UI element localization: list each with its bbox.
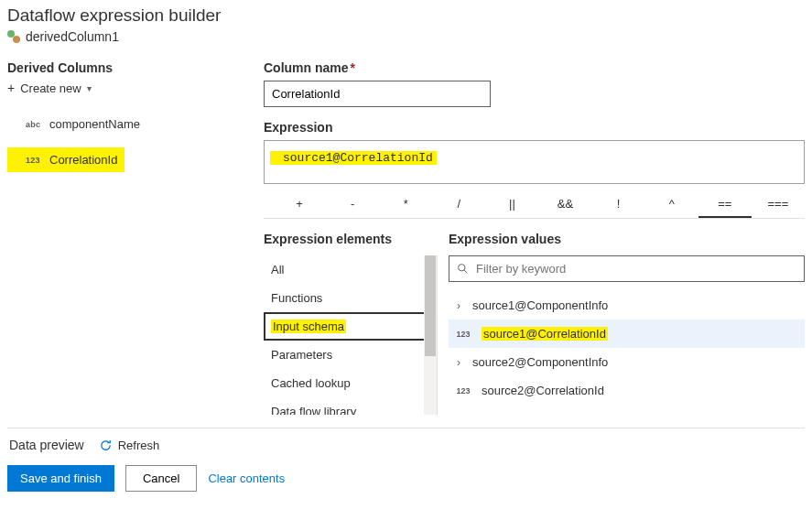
expression-text: source1@CorrelationId: [270, 151, 437, 165]
column-name-label: Column name*: [264, 60, 805, 75]
op-not[interactable]: !: [592, 197, 645, 211]
refresh-icon: [99, 439, 113, 452]
page-title: Dataflow expression builder: [7, 5, 805, 26]
search-icon: [457, 263, 469, 275]
operator-toolbar: + - * / || && ! ^ == ===: [264, 190, 805, 219]
elements-tab-functions[interactable]: Functions: [264, 284, 437, 312]
refresh-button[interactable]: Refresh: [99, 439, 160, 452]
refresh-label: Refresh: [118, 439, 160, 452]
value-item[interactable]: › source1@ComponentInfo: [449, 291, 805, 320]
elements-tab-parameters[interactable]: Parameters: [264, 341, 437, 369]
svg-point-0: [459, 265, 465, 271]
value-label: source1@CorrelationId: [482, 327, 608, 341]
value-item[interactable]: 123 source2@CorrelationId: [449, 376, 805, 405]
elements-tab-dataflow-library[interactable]: Data flow library: [264, 397, 437, 415]
derived-column-name: componentName: [49, 117, 140, 131]
derived-column-name: CorrelationId: [49, 153, 117, 167]
op-plus[interactable]: +: [273, 197, 326, 211]
op-div[interactable]: /: [432, 197, 485, 211]
expression-label: Expression: [264, 120, 805, 135]
value-label: source2@ComponentInfo: [472, 355, 608, 369]
derived-columns-label: Derived Columns: [7, 60, 236, 75]
op-minus[interactable]: -: [326, 197, 379, 211]
value-item[interactable]: › source2@ComponentInfo: [449, 348, 805, 376]
op-or[interactable]: ||: [485, 197, 538, 211]
op-and[interactable]: &&: [538, 197, 591, 211]
required-asterisk: *: [351, 60, 355, 75]
cancel-button[interactable]: Cancel: [125, 465, 197, 492]
type-123-icon: 123: [454, 386, 472, 396]
filter-keyword-input[interactable]: [474, 261, 796, 276]
expression-elements-title: Expression elements: [264, 232, 438, 246]
clear-contents-link[interactable]: Clear contents: [208, 471, 285, 485]
elements-tab-cached-lookup[interactable]: Cached lookup: [264, 369, 437, 397]
value-label: source2@CorrelationId: [482, 384, 604, 397]
save-button[interactable]: Save and finish: [7, 465, 114, 492]
dataflow-node-icon: [7, 30, 20, 43]
op-eq[interactable]: ==: [698, 197, 752, 218]
elements-scrollbar[interactable]: [424, 255, 437, 415]
elements-tab-all[interactable]: All: [264, 255, 437, 284]
expression-values-list: › source1@ComponentInfo 123 source1@Corr…: [449, 291, 805, 405]
value-label: source1@ComponentInfo: [472, 298, 608, 312]
type-abc-icon: abc: [26, 120, 42, 129]
column-name-input[interactable]: [264, 81, 491, 107]
chevron-right-icon: ›: [454, 299, 463, 312]
type-123-icon: 123: [26, 156, 42, 165]
plus-icon: +: [7, 81, 15, 95]
node-subtitle: derivedColumn1: [7, 29, 805, 44]
expression-editor[interactable]: source1@CorrelationId: [264, 140, 805, 184]
chevron-right-icon: ›: [454, 356, 463, 369]
elements-tab-input-schema[interactable]: Input schema: [264, 312, 437, 341]
type-123-icon: 123: [454, 330, 472, 339]
op-strict-eq[interactable]: ===: [752, 197, 805, 211]
derived-column-item[interactable]: 123 CorrelationId: [7, 147, 125, 172]
derived-column-item[interactable]: abc componentName: [7, 112, 236, 136]
expression-values-title: Expression values: [449, 232, 805, 246]
derived-columns-list: abc componentName 123 CorrelationId: [7, 112, 236, 183]
chevron-down-icon: ▾: [87, 83, 92, 93]
expression-elements-list: All Functions Input schema Parameters Ca…: [264, 255, 438, 415]
create-new-button[interactable]: + Create new ▾: [7, 81, 236, 95]
elements-scrollbar-thumb[interactable]: [425, 255, 436, 356]
data-preview-label: Data preview: [9, 438, 84, 452]
filter-keyword-field[interactable]: [449, 255, 805, 282]
op-xor[interactable]: ^: [645, 197, 698, 211]
svg-line-1: [464, 270, 467, 273]
value-item[interactable]: 123 source1@CorrelationId: [449, 320, 805, 348]
node-name: derivedColumn1: [26, 29, 119, 44]
create-new-label: Create new: [20, 81, 81, 95]
op-mult[interactable]: *: [379, 197, 432, 211]
